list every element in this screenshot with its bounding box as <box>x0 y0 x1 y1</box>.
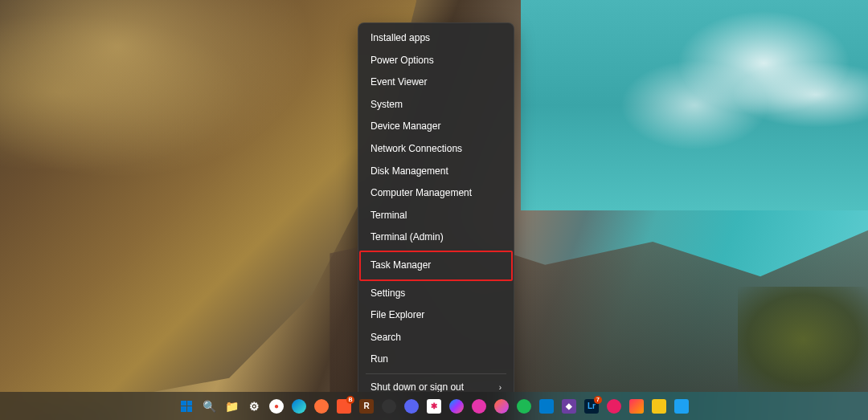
firefox-icon <box>314 399 329 414</box>
menu-item-file-explorer[interactable]: File Explorer <box>362 304 510 327</box>
taskbar-spotify[interactable] <box>515 398 533 415</box>
discord-icon <box>404 399 419 414</box>
start-icon <box>179 399 194 414</box>
taskbar-lightroom[interactable]: Lr7 <box>583 398 600 415</box>
menu-item-terminal-admin[interactable]: Terminal (Admin) <box>362 226 510 249</box>
messenger-icon <box>449 399 464 414</box>
app-4-icon <box>494 399 509 414</box>
menu-item-event-viewer[interactable]: Event Viewer <box>362 71 510 94</box>
file-explorer-icon: 📁 <box>224 399 239 414</box>
menu-item-device-manager[interactable]: Device Manager <box>362 116 510 138</box>
twitter-icon <box>674 399 689 414</box>
taskbar-jetbrains[interactable] <box>628 398 645 415</box>
start-context-menu: Installed apps Power Options Event Viewe… <box>358 22 514 420</box>
spotify-icon <box>517 399 531 414</box>
taskbar-slack[interactable]: ✱ <box>425 398 443 415</box>
taskbar-krita[interactable] <box>605 398 623 415</box>
taskbar-messenger[interactable] <box>448 398 465 415</box>
menu-item-run[interactable]: Run <box>362 349 510 371</box>
taskbar: 🔍📁⚙●BR✱◆Lr7 <box>0 392 868 420</box>
menu-item-computer-management[interactable]: Computer Management <box>362 182 510 205</box>
taskbar-search[interactable]: 🔍 <box>200 398 218 415</box>
edge-icon <box>292 399 306 414</box>
jetbrains-icon <box>629 399 644 414</box>
menu-item-settings[interactable]: Settings <box>362 283 510 305</box>
slack-icon: ✱ <box>427 399 441 414</box>
chrome-icon: ● <box>269 399 284 414</box>
taskbar-chrome[interactable]: ● <box>268 398 285 415</box>
menu-item-disk-management[interactable]: Disk Management <box>362 161 510 183</box>
menu-item-power-options[interactable]: Power Options <box>362 50 510 72</box>
taskbar-edge[interactable] <box>290 398 308 415</box>
taskbar-app-5[interactable] <box>650 398 668 415</box>
taskbar-firefox[interactable] <box>313 398 330 415</box>
menu-item-system[interactable]: System <box>362 94 510 116</box>
taskbar-discord[interactable] <box>403 398 420 415</box>
settings-icon: ⚙ <box>247 399 261 414</box>
taskbar-twitter[interactable] <box>673 398 690 415</box>
badge: 7 <box>594 396 602 404</box>
taskbar-vscode[interactable] <box>538 398 555 415</box>
taskbar-settings[interactable]: ⚙ <box>245 398 263 415</box>
obsidian-icon: ◆ <box>562 399 576 414</box>
app-2-icon <box>382 399 396 414</box>
taskbar-start[interactable] <box>178 398 195 415</box>
menu-item-terminal[interactable]: Terminal <box>362 205 510 227</box>
app-5-icon <box>652 399 666 414</box>
taskbar-app-2[interactable] <box>380 398 398 415</box>
app-1-icon: R <box>359 399 374 414</box>
menu-item-installed-apps[interactable]: Installed apps <box>362 27 510 50</box>
taskbar-obsidian[interactable]: ◆ <box>560 398 578 415</box>
menu-item-network-connections[interactable]: Network Connections <box>362 138 510 161</box>
vscode-icon <box>539 399 554 414</box>
menu-item-task-manager[interactable]: Task Manager <box>362 255 510 277</box>
badge: B <box>346 396 354 404</box>
taskbar-app-3[interactable] <box>470 398 488 415</box>
menu-separator <box>366 251 506 252</box>
menu-item-search[interactable]: Search <box>362 327 510 349</box>
taskbar-brave[interactable]: B <box>335 398 353 415</box>
search-icon: 🔍 <box>202 399 216 414</box>
krita-icon <box>607 399 621 414</box>
taskbar-app-4[interactable] <box>493 398 510 415</box>
menu-separator <box>366 279 506 280</box>
menu-separator <box>366 373 506 374</box>
app-3-icon <box>472 399 486 414</box>
taskbar-app-1[interactable]: R <box>358 398 375 415</box>
taskbar-file-explorer[interactable]: 📁 <box>223 398 240 415</box>
